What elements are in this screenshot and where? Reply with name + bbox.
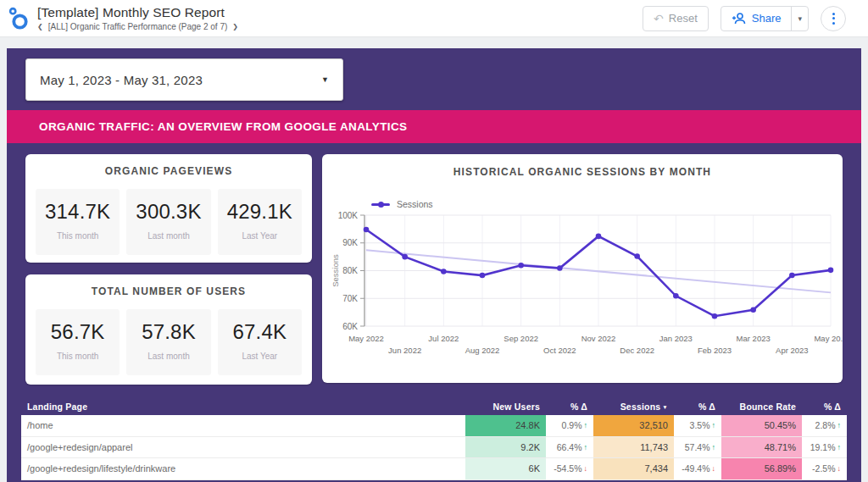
table-header-row: Landing Page New Users % Δ Sessions▼ % Δ… — [21, 397, 847, 415]
prev-page-icon[interactable]: ❮ — [37, 23, 43, 30]
card-title: ORGANIC PAGEVIEWS — [25, 165, 312, 177]
svg-text:Aug 2022: Aug 2022 — [465, 346, 500, 355]
reset-button[interactable]: ↶ Reset — [643, 6, 709, 31]
table-body: /home24.8K0.9%↑32,5103.5%↑50.45%2.8%↑/go… — [21, 415, 847, 480]
svg-text:70K: 70K — [342, 294, 358, 303]
report-canvas: May 1, 2023 - May 31, 2023 ▼ ORGANIC TRA… — [7, 48, 861, 482]
arrow-down-icon: ↓ — [584, 464, 588, 473]
date-range-value: May 1, 2023 - May 31, 2023 — [40, 73, 203, 87]
share-dropdown-button[interactable]: ▾ — [791, 7, 808, 30]
section-banner: ORGANIC TRAFFIC: AN OVERVIEW FROM GOOGLE… — [7, 110, 861, 143]
person-add-icon — [732, 13, 746, 25]
total-users-card: TOTAL NUMBER OF USERS 56.7K This month 5… — [25, 274, 312, 385]
metric-value: 429.1K — [218, 200, 302, 224]
sessions-cell: 11,743 — [593, 437, 674, 458]
metric-tile: 57.8K Last month — [126, 309, 210, 375]
report-title: [Template] Monthly SEO Report — [37, 5, 238, 20]
svg-text:90K: 90K — [342, 238, 358, 247]
share-button[interactable]: Share — [721, 12, 792, 25]
new-users-delta-cell: -54.5%↓ — [546, 458, 593, 479]
metric-tile: 314.7K This month — [36, 189, 120, 255]
chevron-down-icon: ▼ — [321, 75, 329, 84]
sessions-line-chart: 60K70K80K90K100KMay 2022Jun 2022Jul 2022… — [331, 211, 843, 362]
landing-page-cell: /google+redesign/lifestyle/drinkware — [21, 458, 465, 479]
line-series-icon — [371, 201, 390, 208]
arrow-up-icon: ↑ — [584, 421, 588, 429]
date-range-selector[interactable]: May 1, 2023 - May 31, 2023 ▼ — [25, 58, 343, 101]
bounce-rate-cell: 48.71% — [721, 437, 802, 458]
column-header-new-users[interactable]: New Users — [465, 402, 546, 412]
svg-text:Jul 2022: Jul 2022 — [428, 334, 459, 343]
metric-label: Last Year — [218, 352, 302, 361]
kebab-dot — [832, 22, 835, 25]
table-row: /home24.8K0.9%↑32,5103.5%↑50.45%2.8%↑ — [21, 415, 847, 437]
metric-label: Last Year — [218, 231, 302, 241]
app-topbar: [Template] Monthly SEO Report ❮ [ALL] Or… — [0, 0, 868, 37]
card-title: TOTAL NUMBER OF USERS — [25, 285, 312, 297]
sessions-cell: 7,434 — [593, 458, 674, 479]
column-header-landing-page[interactable]: Landing Page — [21, 402, 465, 412]
new-users-cell: 24.8K — [465, 415, 546, 436]
breadcrumb: ❮ [ALL] Organic Traffic Performance (Pag… — [37, 22, 238, 31]
sessions-delta-cell: -49.4%↓ — [674, 458, 721, 479]
metric-tile: 67.4K Last Year — [218, 309, 302, 375]
bounce-delta-cell: 19.1%↑ — [802, 437, 847, 458]
column-header-delta-3[interactable]: % Δ — [802, 402, 847, 412]
bounce-delta-cell: -2.5%↓ — [802, 458, 847, 479]
column-header-bounce-rate[interactable]: Bounce Rate — [721, 402, 802, 412]
metric-value: 314.7K — [36, 200, 120, 224]
metric-label: This month — [36, 231, 120, 241]
metric-label: Last month — [126, 352, 210, 361]
next-page-icon[interactable]: ❯ — [232, 23, 238, 30]
sessions-delta-cell: 3.5%↑ — [674, 415, 721, 436]
metric-label: Last month — [126, 231, 210, 241]
metric-tile: 56.7K This month — [36, 309, 120, 375]
chart-legend: Sessions — [371, 199, 843, 209]
legend-label: Sessions — [397, 199, 433, 209]
share-split-button: Share ▾ — [721, 6, 809, 31]
organic-pageviews-card: ORGANIC PAGEVIEWS 314.7K This month 300.… — [25, 154, 312, 263]
looker-studio-logo-icon — [7, 6, 31, 31]
svg-text:Jun 2022: Jun 2022 — [388, 346, 421, 355]
svg-text:Mar 2023: Mar 2023 — [737, 334, 771, 343]
svg-text:Feb 2023: Feb 2023 — [698, 346, 732, 355]
new-users-delta-cell: 66.4%↑ — [546, 437, 593, 458]
svg-text:60K: 60K — [342, 322, 358, 331]
looker-studio-logo-icon[interactable] — [0, 6, 37, 31]
current-page-label[interactable]: [ALL] Organic Traffic Performance (Page … — [48, 22, 228, 31]
metric-value: 57.8K — [126, 320, 210, 344]
svg-text:100K: 100K — [338, 211, 359, 220]
column-header-delta-1[interactable]: % Δ — [546, 402, 593, 412]
sessions-cell: 32,510 — [593, 415, 674, 436]
metric-label: This month — [36, 352, 120, 361]
more-options-button[interactable] — [821, 6, 846, 31]
new-users-cell: 6K — [465, 458, 546, 479]
svg-text:Sep 2022: Sep 2022 — [504, 334, 538, 343]
svg-text:Apr 2023: Apr 2023 — [776, 346, 809, 355]
bounce-delta-cell: 2.8%↑ — [802, 415, 847, 436]
bounce-rate-cell: 56.89% — [721, 458, 802, 479]
arrow-down-icon: ↓ — [712, 464, 716, 473]
svg-text:May 2022: May 2022 — [348, 334, 384, 343]
svg-text:Oct 2022: Oct 2022 — [543, 346, 576, 355]
landing-page-cell: /home — [21, 415, 465, 436]
column-header-delta-2[interactable]: % Δ — [674, 402, 721, 412]
svg-text:Sessions: Sessions — [331, 254, 340, 287]
column-header-sessions[interactable]: Sessions▼ — [593, 402, 674, 412]
kebab-dot — [832, 17, 835, 19]
kebab-dot — [832, 13, 835, 15]
new-users-cell: 9.2K — [465, 437, 546, 458]
arrow-up-icon: ↑ — [837, 421, 842, 429]
svg-text:Jan 2023: Jan 2023 — [659, 334, 693, 343]
metric-value: 56.7K — [36, 320, 120, 344]
arrow-up-icon: ↑ — [584, 443, 588, 452]
section-banner-title: ORGANIC TRAFFIC: AN OVERVIEW FROM GOOGLE… — [7, 120, 408, 133]
chart-title: HISTORICAL ORGANIC SESSIONS BY MONTH — [322, 166, 843, 178]
metric-value: 67.4K — [218, 320, 302, 344]
svg-text:80K: 80K — [342, 266, 358, 275]
arrow-up-icon: ↑ — [712, 443, 716, 452]
sessions-delta-cell: 57.4%↑ — [674, 437, 721, 458]
metric-value: 300.3K — [126, 200, 210, 224]
chevron-down-icon: ▾ — [798, 14, 802, 23]
svg-text:Dec 2022: Dec 2022 — [620, 346, 654, 355]
